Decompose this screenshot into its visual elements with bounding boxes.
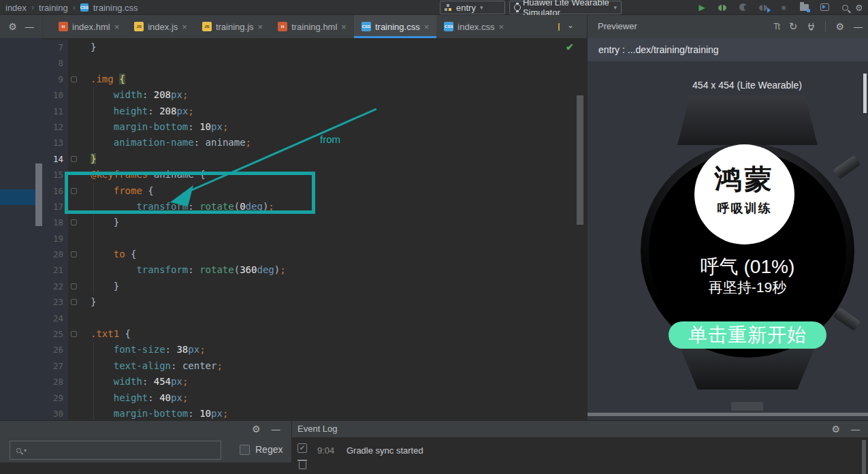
line-number: 20 [43,247,68,262]
event-log-scrollbar-thumb[interactable] [862,440,866,474]
simulator-selector[interactable]: Huawei Lite Wearable Simulator ▾ [509,1,622,14]
gear-icon[interactable]: ⚙ [831,424,840,434]
main-toolbar: index › training › CSS training.css entr… [0,0,868,15]
panel-handle[interactable] [731,402,763,411]
indent-guide [93,87,94,151]
code-line[interactable]: } [91,294,286,310]
gear-icon[interactable]: ⚙ [252,424,261,434]
close-icon[interactable]: × [258,22,263,31]
fold-marker-icon[interactable] [71,76,77,82]
code-line[interactable]: animation-name: aniname; [91,135,286,151]
code-line[interactable]: width: 208px; [91,87,286,103]
tab-index.js[interactable]: JSindex.js× [127,15,195,38]
fold-marker-icon[interactable] [71,219,77,225]
code-line[interactable]: .txt1 { [91,326,286,342]
tab-label: index.css [457,22,494,32]
code-line[interactable]: width: 454px; [91,374,286,390]
search-input[interactable]: ▾ [10,441,221,460]
close-icon[interactable]: × [498,22,504,31]
breadcrumb: index › training › CSS training.css [5,0,138,15]
folder-icon [800,4,809,11]
search-icon [16,447,21,452]
device-manager-button[interactable] [814,1,835,14]
code-line[interactable]: .img { [91,72,286,87]
fold-marker-icon[interactable] [71,251,77,257]
run-button[interactable]: ▶ [692,3,712,12]
refresh-icon[interactable]: ↻ [789,20,798,33]
code-line[interactable]: height: 208px; [91,104,286,119]
code-line[interactable]: margin-bottom: 10px; [91,406,286,420]
tab-index.css[interactable]: CSSindex.css× [436,15,511,38]
tab-band: ⚙ — Hindex.hml×JSindex.js×JStraining.js×… [0,15,868,38]
close-icon[interactable]: × [114,22,120,31]
code-editor[interactable]: }.img { width: 208px; height: 208px; mar… [78,40,286,420]
fold-marker-icon[interactable] [71,299,77,305]
code-line[interactable] [91,231,286,247]
regex-checkbox[interactable] [240,445,250,455]
code-line[interactable]: transform: rotate(360deg); [91,262,286,278]
hide-panel-icon[interactable]: — [272,424,280,434]
previewer-vertical-scrollbar-thumb[interactable] [863,74,867,113]
hide-panel-icon[interactable]: — [851,424,860,434]
bottom-left-tools: ⚙ — [252,421,280,437]
inspection-ok-icon[interactable]: ✔ [566,42,574,52]
tab-label: training.js [216,22,254,32]
fold-marker-icon[interactable] [71,283,77,289]
debug-button[interactable] [712,1,733,14]
breadcrumb-training[interactable]: training [39,3,68,13]
log-row[interactable]: 9:04 Gradle sync started [317,445,423,456]
gear-icon[interactable]: ⚙ [8,21,17,32]
hide-panel-icon[interactable]: — [854,22,863,32]
code-line[interactable]: margin-bottom: 10px; [91,119,286,135]
font-size-icon[interactable]: Tt [773,22,779,31]
breadcrumb-index[interactable]: index [5,3,27,13]
code-line[interactable]: font-size: 38px; [91,342,286,358]
tab-training.js[interactable]: JStraining.js× [195,15,270,38]
previewer-entry-path[interactable]: entry : ...dex/training/training [588,38,868,61]
profiler-icon [739,3,747,11]
fold-marker-icon[interactable] [71,331,77,337]
code-line[interactable]: } [91,215,286,230]
settings-button[interactable]: ⚙ [855,3,862,13]
breadcrumb-training-css[interactable]: training.css [93,3,138,13]
line-number: 30 [43,406,68,420]
gear-icon[interactable]: ⚙ [835,21,844,32]
restart-button[interactable]: 单击重新开始 [669,321,826,349]
search-everywhere-button[interactable] [835,1,855,14]
project-structure-button[interactable] [794,1,814,14]
hide-panel-icon[interactable]: — [25,22,34,32]
code-line[interactable]: height: 40px; [91,390,286,406]
line-number: 25 [43,326,68,342]
tab-label: training.css [375,22,420,32]
close-icon[interactable]: × [424,22,430,31]
stop-button[interactable]: ■ [773,3,794,12]
close-icon[interactable]: × [182,22,187,31]
editor-gutter: 7891011121314151617181920212223242526272… [43,40,68,420]
code-line[interactable]: } [91,151,286,167]
entry-module-selector[interactable]: entry ▾ [440,1,505,14]
attach-debugger-button[interactable] [753,1,773,14]
tab-index.hml[interactable]: Hindex.hml× [51,15,127,38]
editor-scrollbar-thumb[interactable] [577,95,583,225]
plug-icon[interactable] [807,22,816,31]
trash-icon[interactable] [299,462,306,469]
close-icon[interactable]: × [341,22,347,31]
fold-marker-icon[interactable] [71,156,77,162]
code-line[interactable] [91,55,286,71]
code-line[interactable]: } [91,279,286,294]
bottom-left-content: ▾ Regex [0,437,291,474]
balloon-toggle-icon[interactable]: ✔ [298,443,307,453]
code-line[interactable] [91,311,286,326]
code-line[interactable]: } [91,40,286,55]
hidden-tabs-dropdown[interactable]: ⌄ [567,20,574,30]
tab-training.css[interactable]: CSStraining.css× [354,15,436,38]
event-log-title: Event Log [298,421,338,437]
previewer-horizontal-scrollbar[interactable] [588,413,868,416]
left-scrollbar-thumb[interactable] [35,163,42,226]
code-line[interactable]: text-align: center; [91,358,286,374]
profiler-button[interactable] [733,1,753,14]
chevron-down-icon: ▾ [480,4,483,11]
tab-training.hml[interactable]: Htraining.hml× [270,15,354,38]
countdown-text: 再坚持-19秒 [588,278,868,297]
code-line[interactable]: to { [91,247,286,262]
